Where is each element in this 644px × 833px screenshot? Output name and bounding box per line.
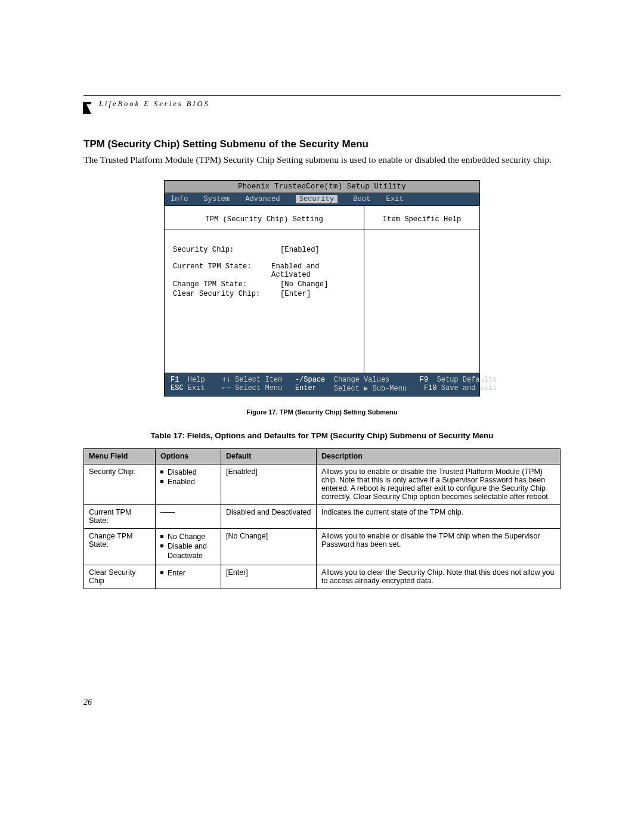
cell-default: [No Change]: [221, 528, 317, 565]
cell-options: ——: [156, 504, 221, 528]
field-label: Security Chip:: [173, 246, 280, 254]
hint-exit: Exit: [188, 384, 205, 393]
hint-save-exit: Save and Exit: [441, 384, 497, 393]
cell-default: Disabled and Deactivated: [221, 504, 317, 528]
cell-description: Indicates the current state of the TPM c…: [317, 504, 561, 528]
col-default: Default: [221, 448, 317, 464]
table-row: Clear Security Chip Enter [Enter] Allows…: [84, 565, 561, 589]
svg-marker-0: [83, 102, 91, 114]
options-table: Menu Field Options Default Description S…: [83, 448, 561, 589]
menu-boot[interactable]: Boot: [353, 195, 370, 203]
key-updown: ↑↓: [222, 376, 230, 384]
field-label: Clear Security Chip:: [173, 290, 280, 298]
field-clear-security-chip[interactable]: Clear Security Chip: [Enter]: [173, 290, 355, 298]
cell-options: No Change Disable and Deactivate: [156, 528, 221, 565]
page-number: 26: [83, 698, 92, 707]
cell-options: Disabled Enabled: [156, 464, 221, 504]
table-header-row: Menu Field Options Default Description: [84, 448, 561, 464]
bios-left-pane: TPM (Security Chip) Setting Security Chi…: [165, 206, 364, 373]
key-leftright: ←→: [222, 384, 230, 393]
col-menu-field: Menu Field: [84, 448, 156, 464]
key-f9: F9: [420, 376, 428, 384]
menu-info[interactable]: Info: [171, 195, 188, 203]
option-item: Enter: [160, 568, 216, 578]
hint-select-menu: Select Menu: [235, 384, 282, 393]
bios-panel: Phoenix TrustedCore(tm) Setup Utility In…: [164, 180, 480, 397]
cell-field: Security Chip:: [84, 464, 156, 504]
field-value: Enabled and Activated: [271, 262, 355, 279]
cell-description: Allows you to enable or disable the Trus…: [317, 464, 561, 504]
field-value: [Enabled]: [280, 246, 320, 254]
field-change-tpm-state[interactable]: Change TPM State: [No Change]: [173, 280, 355, 289]
bios-menubar: Info System Advanced Security Boot Exit: [165, 193, 479, 206]
cell-options: Enter: [156, 565, 221, 589]
header-rule: [83, 95, 561, 96]
cell-field: Change TPM State:: [84, 528, 156, 565]
cell-description: Allows you to clear the Security Chip. N…: [317, 565, 561, 589]
col-description: Description: [317, 448, 561, 464]
hint-help: Help: [188, 376, 205, 384]
table-row: Current TPM State: —— Disabled and Deact…: [84, 504, 561, 528]
menu-exit[interactable]: Exit: [386, 195, 403, 203]
field-value: [Enter]: [280, 290, 311, 298]
bios-submenu-title: TPM (Security Chip) Setting: [165, 210, 364, 230]
col-options: Options: [156, 448, 221, 464]
figure-caption: Figure 17. TPM (Security Chip) Setting S…: [83, 408, 561, 416]
menu-security[interactable]: Security: [296, 195, 338, 203]
hint-select-sub: Select ▶ Sub-Menu: [334, 384, 407, 393]
key-f1: F1: [171, 376, 179, 384]
cell-field: Current TPM State:: [84, 504, 156, 528]
key-f10: F10: [424, 384, 437, 393]
field-security-chip[interactable]: Security Chip: [Enabled]: [173, 246, 355, 254]
key-enter: Enter: [295, 384, 317, 393]
cell-default: [Enter]: [221, 565, 317, 589]
table-row: Security Chip: Disabled Enabled [Enabled…: [84, 464, 561, 504]
menu-advanced[interactable]: Advanced: [245, 195, 280, 203]
field-current-tpm-state: Current TPM State: Enabled and Activated: [173, 262, 355, 279]
option-item: Disable and Deactivate: [160, 541, 216, 561]
key-minus-space: -/Space: [295, 376, 325, 384]
table-caption: Table 17: Fields, Options and Defaults f…: [83, 431, 561, 440]
intro-paragraph: The Trusted Platform Module (TPM) Securi…: [83, 154, 561, 166]
field-value: [No Change]: [280, 280, 328, 289]
option-item: No Change: [160, 532, 216, 541]
header-corner-glyph: [83, 102, 94, 116]
bios-help-title: Item Specific Help: [364, 210, 479, 230]
hint-select-item: Select Item: [235, 376, 282, 384]
hint-change-values: Change Values: [334, 376, 390, 384]
table-row: Change TPM State: No Change Disable and …: [84, 528, 561, 565]
option-item: Disabled: [160, 467, 216, 477]
key-esc: ESC: [171, 384, 184, 393]
field-label: Change TPM State:: [173, 280, 280, 289]
running-header: LifeBook E Series BIOS: [99, 100, 561, 109]
cell-field: Clear Security Chip: [84, 565, 156, 589]
field-label: Current TPM State:: [173, 262, 271, 279]
option-item: Enabled: [160, 477, 216, 487]
cell-default: [Enabled]: [221, 464, 317, 504]
bios-footer: F1 Help ↑↓ Select Item -/Space Change Va…: [165, 373, 479, 396]
cell-description: Allows you to enable or disable the TPM …: [317, 528, 561, 565]
section-title: TPM (Security Chip) Setting Submenu of t…: [83, 138, 561, 150]
bios-help-pane: Item Specific Help: [364, 206, 479, 373]
bios-titlebar: Phoenix TrustedCore(tm) Setup Utility: [165, 181, 479, 193]
menu-system[interactable]: System: [203, 195, 230, 203]
hint-setup-defaults: Setup Defaults: [437, 376, 497, 384]
